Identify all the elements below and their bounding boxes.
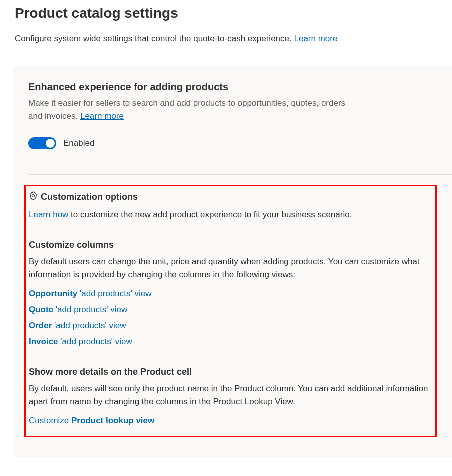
order-view-link[interactable]: Order 'add products' view [29,321,126,330]
link-rest: 'add products' view [54,305,128,314]
columns-link-list: Opportunity 'add products' view Quote 'a… [29,289,430,347]
enhanced-desc: Make it easier for sellers to search and… [28,97,348,122]
list-item: Order 'add products' view [29,321,430,331]
link-bold: Invoice [29,337,58,346]
customize-columns-desc: By default users can change the unit, pr… [29,255,430,281]
learn-how-link[interactable]: Learn how [29,210,68,219]
product-cell-desc: By default, users will see only the prod… [29,382,430,408]
svg-point-0 [32,195,35,197]
list-item: Quote 'add products' view [29,305,430,315]
customize-columns-title: Customize columns [29,240,430,250]
gear-icon [29,191,38,203]
page-description: Configure system wide settings that cont… [15,34,452,44]
settings-panel: Enhanced experience for adding products … [14,66,452,457]
link-prefix: Customize [29,416,72,425]
section-divider [28,174,452,175]
customization-header: Customization options [29,191,430,203]
customize-product-lookup-link[interactable]: Customize Product lookup view [29,416,154,425]
page-title: Product catalog settings [15,5,452,21]
link-rest: 'add products' view [78,289,152,298]
quote-view-link[interactable]: Quote 'add products' view [29,305,128,314]
link-rest: 'add products' view [52,321,126,330]
toggle-knob [46,139,55,148]
enhanced-learn-more-link[interactable]: Learn more [80,111,124,121]
enhanced-toggle-row: Enabled [28,137,437,149]
enhanced-toggle-label: Enabled [64,138,94,148]
customization-highlight: Customization options Learn how to custo… [24,185,437,437]
enhanced-desc-text: Make it easier for sellers to search and… [28,98,346,121]
invoice-view-link[interactable]: Invoice 'add products' view [29,337,132,346]
link-bold: Opportunity [29,289,78,298]
product-lookup-link-wrap: Customize Product lookup view [29,416,430,426]
customization-header-text: Customization options [41,192,138,202]
link-bold: Quote [29,305,54,314]
list-item: Opportunity 'add products' view [29,289,430,299]
link-rest: 'add products' view [58,337,132,346]
link-bold: Product lookup view [72,416,154,425]
page-learn-more-link[interactable]: Learn more [294,34,338,43]
opportunity-view-link[interactable]: Opportunity 'add products' view [29,289,152,298]
link-bold: Order [29,321,52,330]
product-cell-title: Show more details on the Product cell [29,367,430,377]
enhanced-toggle[interactable] [28,137,56,149]
enhanced-title: Enhanced experience for adding products [28,81,437,93]
customization-desc: Learn how to customize the new add produ… [29,210,430,220]
list-item: Invoice 'add products' view [29,337,430,347]
customization-desc-rest: to customize the new add product experie… [68,210,352,219]
page-desc-text: Configure system wide settings that cont… [15,34,294,43]
